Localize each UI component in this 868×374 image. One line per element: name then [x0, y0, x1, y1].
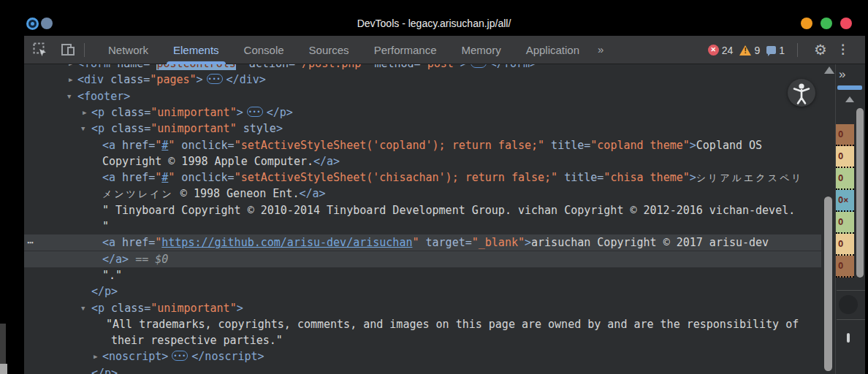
code-line[interactable]: ": [24, 218, 821, 234]
inspect-element-icon[interactable]: [33, 42, 47, 57]
code-token: #: [161, 139, 168, 152]
code-token: </noscript>: [191, 350, 264, 363]
expand-ellipsis-button[interactable]: [207, 74, 223, 84]
line-gutter-dots-icon[interactable]: ⋯: [27, 234, 34, 251]
sidebar-tick-mark: [847, 333, 850, 343]
disclosure-triangle-icon[interactable]: ▼: [81, 121, 85, 137]
disclosure-triangle-icon[interactable]: ▼: [81, 300, 85, 316]
warning-badge[interactable]: 9: [739, 45, 760, 56]
disclosure-triangle-icon[interactable]: ▶: [69, 72, 72, 88]
code-line[interactable]: ▼<p class="unimportant" style>: [24, 121, 821, 137]
code-token: >: [460, 64, 467, 70]
window-maximize-button[interactable]: [821, 18, 832, 29]
code-line[interactable]: メンツレイン © 1998 Geneon Ent.</a>: [24, 186, 821, 202]
code-line[interactable]: ▶<noscript></noscript>: [24, 348, 821, 365]
sidebar-divider: [837, 319, 865, 320]
elements-scrollbar-thumb[interactable]: [824, 196, 832, 371]
expand-ellipsis-button[interactable]: [471, 64, 487, 68]
disclosure-triangle-icon[interactable]: ▼: [67, 88, 71, 104]
devtools-toolbar: Network Elements Console Sources Perform…: [24, 36, 865, 64]
tab-network[interactable]: Network: [96, 36, 161, 64]
code-token: "_blank": [472, 236, 525, 249]
code-line[interactable]: Copyright © 1998 Apple Computer.</a>: [24, 153, 821, 169]
code-text: <footer>: [77, 88, 130, 104]
kebab-menu-icon[interactable]: ⋮: [837, 42, 849, 58]
error-badge[interactable]: ✕ 24: [708, 45, 734, 56]
code-token: >: [525, 236, 531, 249]
code-text: <p class="unimportant"></p>: [91, 104, 293, 121]
code-line[interactable]: </p>: [24, 365, 821, 374]
expand-ellipsis-button[interactable]: [172, 351, 188, 361]
code-token: </form>: [490, 64, 536, 70]
code-text: ".": [102, 267, 122, 283]
tab-console[interactable]: Console: [232, 36, 297, 64]
device-toolbar-icon[interactable]: [61, 42, 75, 57]
code-text: <form name="postcontrols" action="/post.…: [77, 64, 536, 72]
disclosure-triangle-icon[interactable]: ▶: [69, 64, 72, 72]
code-text: <p class="unimportant" style>: [91, 121, 283, 137]
disclosure-triangle-icon[interactable]: ▶: [83, 104, 86, 121]
code-text: <a href="#" onclick="setActiveStyleSheet…: [102, 169, 804, 186]
code-text: ": [102, 218, 109, 234]
code-line[interactable]: ▼<p class="unimportant">: [24, 300, 821, 316]
scrollbar-up-arrow-icon[interactable]: [824, 66, 834, 74]
tab-memory[interactable]: Memory: [449, 36, 514, 64]
tab-performance[interactable]: Performance: [362, 36, 449, 64]
code-token: >: [237, 106, 243, 119]
code-text: <a href="#" onclick="setActiveStyleSheet…: [102, 137, 762, 153]
code-token: "pages": [150, 73, 196, 86]
expand-ellipsis-button[interactable]: [247, 107, 263, 117]
code-token: "unimportant": [151, 302, 236, 315]
code-text: "All trademarks, copyrights, comments, a…: [106, 316, 799, 332]
code-token: arisuchan Copyright © 2017 arisu-dev: [531, 236, 769, 249]
code-text: メンツレイン © 1998 Geneon Ent.</a>: [102, 186, 326, 202]
disclosure-triangle-icon[interactable]: ▶: [94, 348, 97, 365]
tab-sources[interactable]: Sources: [297, 36, 362, 64]
code-panel[interactable]: ▶<form name="postcontrols" action="/post…: [24, 64, 821, 374]
code-line[interactable]: ▼<footer>: [24, 88, 821, 104]
code-token: © 1998 Geneon Ent.: [174, 187, 300, 200]
code-line[interactable]: ▶<form name="postcontrols" action="/post…: [24, 64, 821, 72]
sidebar-scroll-up-arrow-icon[interactable]: [845, 96, 854, 102]
code-text: <a href="https://github.com/arisu-dev/ar…: [102, 234, 769, 251]
code-token: class=: [104, 73, 150, 86]
message-icon: [766, 46, 776, 54]
code-token: >: [197, 73, 203, 86]
code-line[interactable]: <a href="#" onclick="setActiveStyleSheet…: [24, 169, 821, 186]
code-line[interactable]: ▶<div class="pages"></div>: [24, 72, 821, 88]
toolbar-divider: [797, 43, 798, 57]
tab-application[interactable]: Application: [514, 36, 592, 64]
code-line[interactable]: ⋯<a href="https://github.com/arisu-dev/a…: [24, 234, 821, 251]
settings-gear-icon[interactable]: ⚙: [814, 41, 827, 58]
code-token: #: [161, 171, 168, 184]
code-line[interactable]: " Tinyboard Copyright © 2010-2014 Tinybo…: [24, 202, 821, 218]
code-token: <p: [91, 122, 104, 135]
code-token: </div>: [226, 73, 266, 86]
code-token: "post": [421, 64, 460, 70]
sidebar-color-swatch: O: [836, 168, 854, 190]
code-line[interactable]: ▶<p class="unimportant"></p>: [24, 104, 821, 121]
code-line[interactable]: <a href="#" onclick="setActiveStyleSheet…: [24, 137, 821, 153]
window-minimize-button[interactable]: [801, 18, 812, 29]
error-count: 24: [722, 45, 734, 56]
code-line[interactable]: "All trademarks, copyrights, comments, a…: [24, 316, 821, 332]
code-token: >: [690, 171, 696, 184]
code-token: <p: [91, 106, 104, 119]
sidebar-more-tabs-chevron-icon[interactable]: »: [839, 67, 844, 82]
code-line[interactable]: </p>: [24, 283, 821, 299]
message-badge[interactable]: 1: [766, 45, 785, 56]
code-token: ": [155, 171, 161, 184]
code-token: </a>: [102, 253, 129, 266]
sidebar-scrollbar-thumb[interactable]: [856, 108, 864, 278]
code-line[interactable]: ".": [24, 267, 821, 283]
more-tabs-chevron-icon[interactable]: »: [592, 36, 608, 64]
code-text: " Tinyboard Copyright © 2010-2014 Tinybo…: [102, 202, 795, 218]
code-token: == $0: [129, 253, 168, 266]
code-token: </p>: [267, 106, 293, 119]
accessibility-person-icon[interactable]: [788, 79, 815, 107]
code-token: ": [155, 139, 161, 152]
window-close-button[interactable]: [840, 18, 852, 29]
tab-elements[interactable]: Elements: [161, 36, 232, 64]
code-line[interactable]: their respective parties.": [24, 332, 821, 348]
code-line[interactable]: </a> == $0: [24, 251, 821, 267]
